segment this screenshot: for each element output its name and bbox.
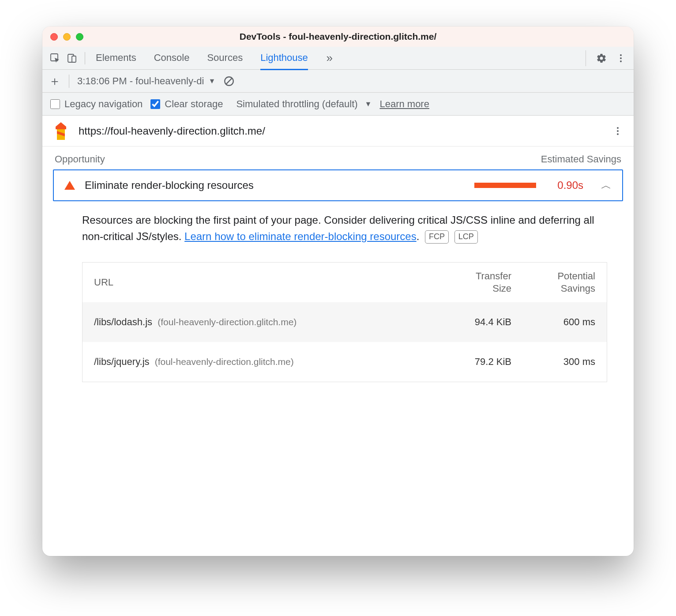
metric-tag-fcp: FCP bbox=[425, 230, 449, 244]
main-tabs-row: Elements Console Sources Lighthouse » bbox=[42, 47, 634, 70]
clear-icon[interactable] bbox=[223, 75, 235, 87]
chevron-up-icon[interactable]: ︿ bbox=[601, 178, 612, 192]
tab-elements[interactable]: Elements bbox=[96, 47, 136, 70]
tab-lighthouse[interactable]: Lighthouse bbox=[260, 47, 308, 70]
opportunity-heading: Opportunity bbox=[55, 154, 105, 165]
svg-point-4 bbox=[620, 57, 622, 59]
audit-render-blocking[interactable]: Eliminate render-blocking resources 0.90… bbox=[53, 169, 623, 201]
throttling-label: Simulated throttling (default) bbox=[236, 98, 357, 110]
metric-tag-lcp: LCP bbox=[454, 230, 478, 244]
titlebar: DevTools - foul-heavenly-direction.glitc… bbox=[42, 26, 634, 47]
chevron-down-icon: ▼ bbox=[365, 100, 372, 108]
legacy-navigation-label: Legacy navigation bbox=[64, 98, 143, 110]
svg-point-13 bbox=[617, 133, 619, 135]
fail-triangle-icon bbox=[64, 181, 75, 190]
col-potential-savings: PotentialSavings bbox=[511, 270, 595, 295]
opportunity-header-row: Opportunity Estimated Savings bbox=[42, 146, 634, 169]
table-row: /libs/jquery.js (foul-heavenly-direction… bbox=[83, 342, 607, 382]
resource-host: (foul-heavenly-direction.glitch.me) bbox=[155, 357, 294, 367]
kebab-menu-icon[interactable] bbox=[612, 50, 629, 67]
legacy-navigation-input[interactable] bbox=[50, 99, 60, 109]
clear-storage-label: Clear storage bbox=[165, 98, 223, 110]
audit-description-suffix: . bbox=[417, 230, 420, 242]
svg-point-12 bbox=[617, 130, 619, 132]
svg-rect-2 bbox=[72, 56, 76, 62]
report-menu-icon[interactable] bbox=[612, 126, 623, 136]
svg-marker-8 bbox=[56, 122, 66, 129]
resource-path: /libs/jquery.js bbox=[94, 356, 150, 367]
col-url: URL bbox=[94, 277, 428, 288]
divider bbox=[69, 75, 69, 88]
tab-console[interactable]: Console bbox=[154, 47, 190, 70]
resource-savings: 600 ms bbox=[511, 316, 595, 328]
svg-point-5 bbox=[620, 60, 622, 62]
lighthouse-settings-row: Legacy navigation Clear storage Simulate… bbox=[42, 93, 634, 116]
audit-display-value: 0.90s bbox=[557, 179, 583, 192]
report-url-row: https://foul-heavenly-direction.glitch.m… bbox=[42, 116, 634, 146]
inspect-element-icon[interactable] bbox=[47, 50, 64, 67]
minimize-window-button[interactable] bbox=[63, 33, 71, 41]
resource-size: 94.4 KiB bbox=[428, 316, 511, 328]
close-window-button[interactable] bbox=[50, 33, 58, 41]
divider bbox=[586, 50, 586, 66]
savings-bar bbox=[474, 183, 536, 188]
traffic-lights bbox=[50, 33, 83, 41]
lighthouse-toolbar: ＋ 3:18:06 PM - foul-heavenly-di ▼ bbox=[42, 70, 634, 93]
resource-path: /libs/lodash.js bbox=[94, 316, 152, 327]
throttling-select[interactable]: Simulated throttling (default) ▼ bbox=[236, 98, 372, 110]
audit-description-link[interactable]: Learn how to eliminate render-blocking r… bbox=[184, 230, 417, 242]
audit-title: Eliminate render-blocking resources bbox=[85, 179, 254, 192]
new-report-button[interactable]: ＋ bbox=[49, 73, 61, 90]
resource-size: 79.2 KiB bbox=[428, 356, 511, 368]
device-toolbar-icon[interactable] bbox=[64, 50, 80, 67]
clear-storage-input[interactable] bbox=[150, 99, 160, 109]
legacy-navigation-checkbox[interactable]: Legacy navigation bbox=[50, 98, 143, 110]
estimated-savings-heading: Estimated Savings bbox=[541, 154, 621, 165]
report-url: https://foul-heavenly-direction.glitch.m… bbox=[79, 125, 265, 137]
fullscreen-window-button[interactable] bbox=[76, 33, 83, 41]
resource-savings: 300 ms bbox=[511, 356, 595, 368]
devtools-window: DevTools - foul-heavenly-direction.glitc… bbox=[42, 26, 634, 556]
report-select-label: 3:18:06 PM - foul-heavenly-di bbox=[77, 75, 204, 87]
more-tabs-icon[interactable]: » bbox=[321, 50, 338, 67]
table-row: /libs/lodash.js (foul-heavenly-direction… bbox=[83, 302, 607, 342]
resource-host: (foul-heavenly-direction.glitch.me) bbox=[158, 317, 297, 327]
divider bbox=[85, 52, 85, 64]
panel-tabs: Elements Console Sources Lighthouse bbox=[96, 47, 308, 70]
svg-point-11 bbox=[617, 127, 619, 129]
chevron-down-icon: ▼ bbox=[208, 77, 215, 85]
table-header-row: URL TransferSize PotentialSavings bbox=[83, 263, 607, 302]
audit-description: Resources are blocking the first paint o… bbox=[42, 201, 634, 244]
audit-resources-table: URL TransferSize PotentialSavings /libs/… bbox=[82, 262, 607, 382]
svg-line-7 bbox=[226, 78, 232, 84]
lighthouse-icon bbox=[53, 122, 69, 140]
svg-point-3 bbox=[620, 54, 622, 56]
learn-more-link[interactable]: Learn more bbox=[379, 98, 429, 110]
window-title: DevTools - foul-heavenly-direction.glitc… bbox=[42, 31, 634, 42]
settings-icon[interactable] bbox=[593, 50, 610, 67]
report-select[interactable]: 3:18:06 PM - foul-heavenly-di ▼ bbox=[77, 75, 215, 87]
clear-storage-checkbox[interactable]: Clear storage bbox=[150, 98, 223, 110]
col-transfer-size: TransferSize bbox=[428, 270, 511, 295]
tab-sources[interactable]: Sources bbox=[207, 47, 243, 70]
